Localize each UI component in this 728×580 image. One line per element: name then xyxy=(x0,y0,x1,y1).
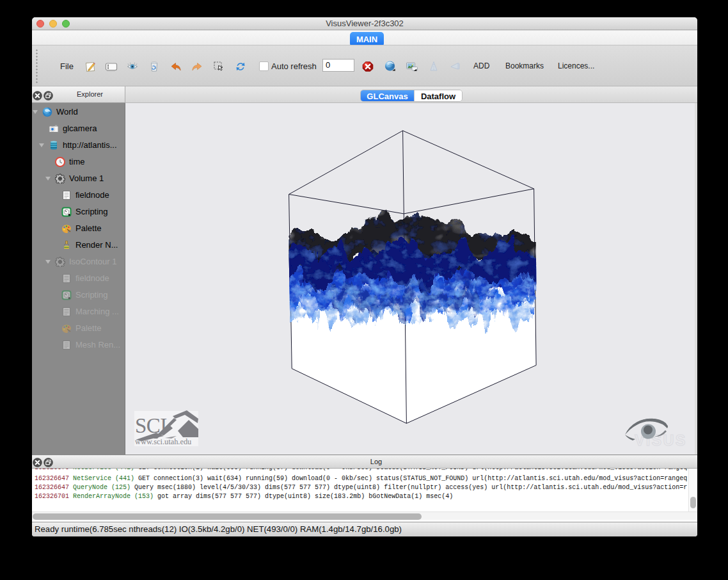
svg-text:www.sci.utah.edu: www.sci.utah.edu xyxy=(135,437,191,446)
